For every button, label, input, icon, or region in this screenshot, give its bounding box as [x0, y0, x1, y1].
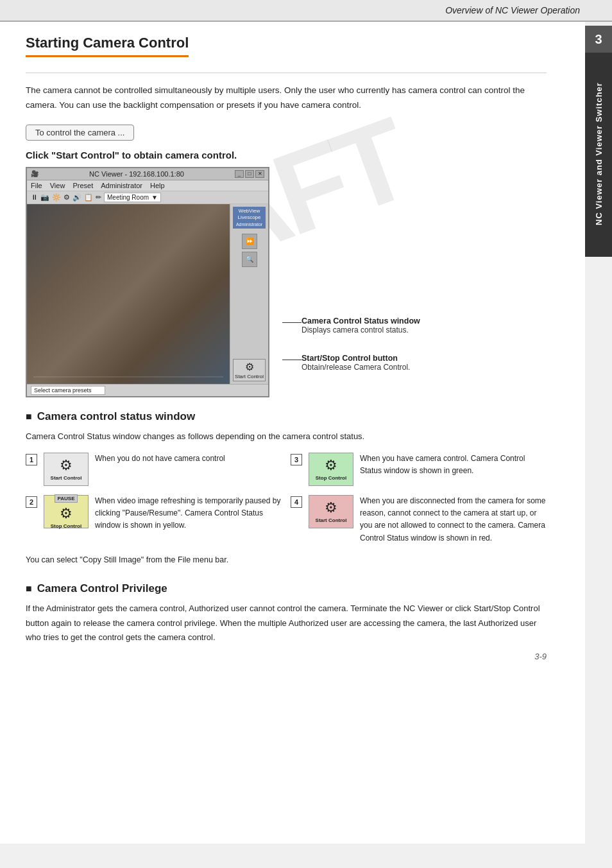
callout-text-1: Camera Control Status window Displays ca… [302, 317, 420, 334]
menu-administrator[interactable]: Administrator [101, 182, 142, 189]
step-heading: Click "Start Control" to obtain camera c… [26, 150, 547, 161]
menu-view[interactable]: View [50, 182, 65, 189]
camera-image [27, 204, 230, 384]
ctrl-icon-3: ⚙ [325, 457, 337, 474]
sidebar-icon1: ⏩ [242, 234, 257, 249]
ctrl-label-1: Start Control [51, 475, 82, 481]
webview-text3: Administrator [234, 221, 264, 227]
callout-title-1: Camera Control Status window [302, 317, 420, 326]
start-control-icon: ⚙ [235, 361, 264, 373]
toolbar-icon2: 🔆 [52, 193, 61, 202]
screenshot-box: 🎥 NC Viewer - 192.168.100.1:80 _ □ ✕ Fil… [26, 167, 269, 397]
callout-line-1: Camera Control Status window Displays ca… [282, 317, 420, 334]
close-btn[interactable]: ✕ [255, 170, 264, 178]
section-divider [26, 73, 547, 73]
status-num-4: 4 [291, 496, 302, 508]
titlebar-text: NC Viewer - 192.168.100.1:80 [89, 170, 184, 178]
status-text-2: When video image refreshing is temporari… [95, 495, 282, 532]
callout-dash-2 [282, 360, 302, 360]
status-num-3: 3 [291, 454, 302, 465]
screenshot-titlebar: 🎥 NC Viewer - 192.168.100.1:80 _ □ ✕ [27, 168, 268, 180]
status-text-1: When you do not have camera control [95, 453, 225, 465]
status-visual-2: PAUSE ⚙ Stop Control [44, 495, 89, 528]
start-control-label: Start Control [235, 374, 264, 379]
chapter-tab: NC Viewer and Viewer Switcher [585, 51, 612, 257]
ctrl-icon-4: ⚙ [325, 499, 337, 516]
webview-text1: WebView [234, 208, 264, 214]
toolbar-icon6: ✏ [96, 193, 101, 202]
sidebar-icon2: 🔍 [242, 252, 257, 267]
status-num-1: 1 [26, 454, 37, 465]
screenshot-toolbar: ⏸ 📷 🔆 ⚙ 🔊 📋 ✏ Meeting Room ▼ [27, 191, 268, 204]
intro-text: The camera cannot be controlled simultan… [26, 83, 547, 113]
status-grid: 1 ⚙ Start Control When you do not have c… [26, 453, 547, 544]
status-text-4: When you are disconnected from the camer… [360, 495, 547, 544]
screenshot-container: 🎥 NC Viewer - 192.168.100.1:80 _ □ ✕ Fil… [26, 167, 547, 397]
section-title: Starting Camera Control [26, 35, 189, 57]
screenshot-sidebar: WebView Livescope Administrator ⏩ 🔍 ⚙ St… [230, 204, 268, 384]
status-item-2: 2 PAUSE ⚙ Stop Control When video image … [26, 495, 282, 544]
camera-control-desc: Camera Control Status window changes as … [26, 430, 547, 444]
ctrl-label-2: Stop Control [51, 523, 81, 529]
screenshot-bottom: Select camera presets [27, 384, 268, 396]
minimize-btn[interactable]: _ [235, 170, 244, 178]
callout-desc-2: Obtain/release Camera Control. [302, 363, 410, 372]
camera-control-heading: Camera control status window [26, 410, 547, 423]
callout-text-2: Start/Stop Control button Obtain/release… [302, 354, 410, 372]
privilege-heading: Camera Control Privilege [26, 582, 547, 595]
callout-line-2: Start/Stop Control button Obtain/release… [282, 354, 420, 372]
webview-text2: Livescope [234, 214, 264, 221]
privilege-text: If the Administrator gets the camera con… [26, 602, 547, 645]
toolbar-icon4: 🔊 [72, 193, 81, 202]
ctrl-icon-1: ⚙ [60, 457, 72, 474]
page-header: Overview of NC Viewer Operation [0, 0, 612, 22]
callout-item-1: Camera Control Status window Displays ca… [282, 317, 420, 334]
webview-logo: WebView Livescope Administrator [233, 207, 266, 229]
app-icon: 🎥 [31, 170, 38, 177]
toolbar-icon1: 📷 [40, 193, 49, 202]
status-item-4: 4 ⚙ Start Control When you are disconnec… [291, 495, 547, 544]
toolbar-dropdown[interactable]: Meeting Room ▼ [104, 193, 161, 202]
extra-note: You can select "Copy Still Image" from t… [26, 553, 547, 567]
menu-preset[interactable]: Preset [72, 182, 93, 189]
status-item-3: 3 ⚙ Stop Control When you have camera co… [291, 453, 547, 486]
ctrl-icon-2: ⚙ [60, 505, 72, 522]
ctrl-label-3: Stop Control [316, 475, 346, 481]
callout-dash-1 [282, 322, 302, 323]
titlebar-buttons: _ □ ✕ [235, 170, 264, 178]
status-text-3: When you have camera control. Camera Con… [360, 453, 547, 477]
status-visual-1: ⚙ Start Control [44, 453, 89, 486]
chapter-number: 3 [585, 26, 612, 53]
callout-labels: Camera Control Status window Displays ca… [282, 167, 420, 397]
preset-dropdown[interactable]: Select camera presets [31, 386, 105, 395]
status-visual-3: ⚙ Stop Control [309, 453, 353, 486]
menu-file[interactable]: File [31, 182, 42, 189]
status-num-2: 2 [26, 496, 37, 508]
page-number: 3-9 [26, 652, 547, 661]
toolbar-icon3: ⚙ [64, 193, 70, 202]
callout-title-2: Start/Stop Control button [302, 354, 410, 363]
start-control-button[interactable]: ⚙ Start Control [233, 359, 266, 381]
pause-bar: PAUSE [55, 494, 78, 503]
screenshot-body: WebView Livescope Administrator ⏩ 🔍 ⚙ St… [27, 204, 268, 384]
toolbar-icon5: 📋 [84, 193, 93, 202]
header-title: Overview of NC Viewer Operation [445, 5, 580, 15]
callout-item-2: Start/Stop Control button Obtain/release… [282, 354, 420, 372]
screenshot-menubar: File View Preset Administrator Help [27, 180, 268, 191]
control-badge: To control the camera ... [26, 125, 134, 141]
status-visual-4: ⚙ Start Control [309, 495, 353, 528]
menu-help[interactable]: Help [150, 182, 165, 189]
callout-desc-1: Displays camera control status. [302, 326, 420, 334]
status-item-1: 1 ⚙ Start Control When you do not have c… [26, 453, 282, 486]
main-content: DRAFT Starting Camera Control The camera… [0, 22, 585, 844]
toolbar-pause-icon: ⏸ [31, 193, 38, 201]
ctrl-label-4: Start Control [316, 517, 347, 523]
maximize-btn[interactable]: □ [245, 170, 254, 178]
dropdown-arrow: ▼ [151, 194, 158, 201]
camera-view [27, 204, 230, 384]
